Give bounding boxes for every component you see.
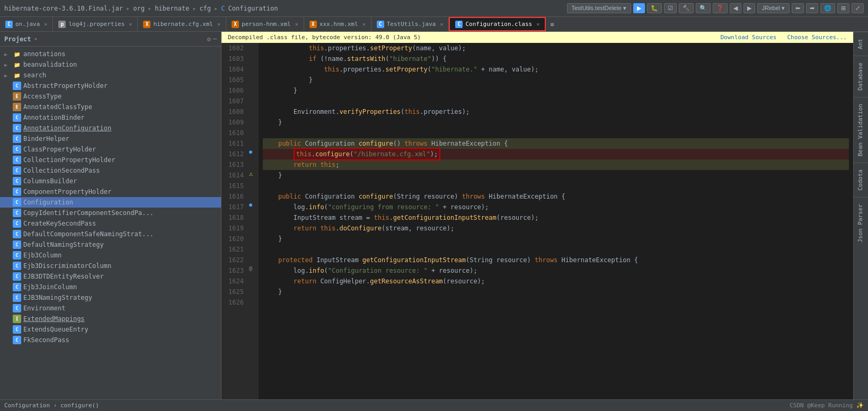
browser-btn[interactable]: 🌐 (820, 3, 835, 13)
nav-fwd-btn[interactable]: ➡ (806, 3, 818, 13)
vtab-codota[interactable]: Codota (854, 163, 868, 197)
cfg-label: cfg (199, 5, 211, 12)
jrebel-btn[interactable]: JRebel ▾ (757, 3, 790, 13)
tab-on-java[interactable]: C on.java ✕ (0, 17, 53, 31)
forward-btn[interactable]: ▶ (743, 3, 755, 13)
close-person-hnm[interactable]: ✕ (295, 21, 298, 27)
test-utils-btn[interactable]: TestUtils.testDelete ▾ (567, 3, 631, 13)
build-btn[interactable]: 🔨 (679, 3, 694, 13)
ln-1622: 1622 (226, 255, 244, 265)
tree-item-ejb3dtd[interactable]: ▶ C EJB3DTDEntityResolver (0, 271, 221, 282)
tree-item-abstractpropertyholder[interactable]: ▶ C AbstractPropertyHolder (0, 81, 221, 91)
tree-item-annotationbinder[interactable]: ▶ C AnnotationBinder (0, 112, 221, 123)
choose-sources-link[interactable]: Choose Sources... (787, 34, 847, 41)
close-configuration-class[interactable]: ✕ (536, 21, 539, 27)
tab-xxx-hnm[interactable]: X xxx.hnm.xml ✕ (304, 17, 371, 31)
class-icon-defcomp: C (13, 230, 21, 238)
sidebar-collapse-icon[interactable]: ─ (213, 35, 217, 43)
status-credit: CSDN @Keep Running ✨ (790, 402, 864, 409)
tree-label-binderhelper: BinderHelper (23, 135, 69, 142)
tree-label-annotations: annotations (23, 50, 65, 58)
tree-item-ejb3column[interactable]: ▶ C Ejb3Column (0, 250, 221, 261)
vtab-database[interactable]: Database (854, 56, 868, 97)
help-btn[interactable]: ❓ (713, 3, 728, 13)
close-hibernate-cfg[interactable]: ✕ (217, 21, 220, 27)
tab-hibernate-cfg[interactable]: X hibernate.cfg.xml ✕ (138, 17, 226, 31)
run-btn[interactable]: ▶ (633, 3, 645, 13)
code-line-1623: log.info("Configuration resource: " + re… (263, 265, 849, 276)
class-icon-ejb3disc: C (13, 262, 21, 270)
ln-1610: 1610 (226, 128, 244, 138)
tree-item-defaultcomponent[interactable]: ▶ C DefaultComponentSafeNamingStrat... (0, 229, 221, 239)
code-line-1622: protected InputStream getConfigurationIn… (263, 255, 849, 265)
breakpoint-1611[interactable]: ● (249, 149, 252, 155)
coverage-btn[interactable]: ☑ (664, 3, 677, 13)
close-test-utils[interactable]: ✕ (440, 21, 443, 27)
tree-label-ejb3dtd: EJB3DTDEntityResolver (23, 273, 104, 280)
code-content[interactable]: this.properties.setProperty(name, value)… (259, 43, 853, 399)
tree-item-fksecondpass[interactable]: ▶ C FkSecondPass (0, 335, 221, 345)
search-btn[interactable]: 🔍 (696, 3, 711, 13)
close-on-java[interactable]: ✕ (44, 21, 47, 27)
tree-item-annotations[interactable]: ▶ 📁 annotations (0, 49, 221, 59)
tab-icon-java: C (5, 21, 13, 28)
code-line-1619: return this.doConfigure(stream, resource… (263, 223, 849, 234)
code-line-1615 (263, 181, 849, 191)
tree-item-ejb3discrim[interactable]: ▶ C Ejb3DiscriminatorColumn (0, 261, 221, 271)
layout-btn[interactable]: ⊞ (837, 3, 849, 13)
tab-overflow-btn[interactable]: ≡ (546, 17, 558, 31)
code-line-1613: return this; (263, 159, 849, 170)
close-log4j[interactable]: ✕ (129, 21, 132, 27)
status-right: CSDN @Keep Running ✨ (790, 402, 864, 409)
tree-item-binderhelper[interactable]: ▶ C BinderHelper (0, 133, 221, 144)
jar-label: hibernate-core-3.6.10.Final.jar (4, 5, 123, 12)
tree-item-beanvalidation[interactable]: ▶ 📁 beanvalidation (0, 59, 221, 70)
nav-back-btn[interactable]: ⬅ (792, 3, 804, 13)
tab-configuration-class[interactable]: C Configuration.class ✕ (449, 17, 546, 31)
class-icon-ejb3col: C (13, 251, 21, 260)
vtab-json-parser[interactable]: Json Parser (854, 197, 868, 249)
ln-1605: 1605 (226, 75, 244, 85)
tree-item-componentpropertyholder[interactable]: ▶ C ComponentPropertyHolder (0, 186, 221, 197)
tree-label-beanvalidation: beanvalidation (23, 61, 77, 68)
annotation-1622: @ (249, 265, 252, 271)
tree-item-search[interactable]: ▶ 📁 search (0, 70, 221, 81)
tree-item-columnsbuilder[interactable]: ▶ C ColumnsBuilder (0, 176, 221, 186)
ln-1626: 1626 (226, 297, 244, 308)
tree-item-collectionpropertyholder[interactable]: ▶ C CollectionPropertyHolder (0, 155, 221, 165)
tree-item-environment[interactable]: ▶ C Environment (0, 303, 221, 314)
tab-log4j[interactable]: p log4j.properties ✕ (53, 17, 138, 31)
tree-item-defaultnaming[interactable]: ▶ C DefaultNamingStrategy (0, 239, 221, 250)
tab-test-utils[interactable]: C TestUtils.java ✕ (371, 17, 449, 31)
download-sources-link[interactable]: Download Sources (720, 34, 776, 41)
code-line-1606: } (263, 85, 849, 96)
breakpoint-1616[interactable]: ● (249, 202, 252, 208)
debug-btn[interactable]: 🐛 (647, 3, 662, 13)
tree-item-ejb3naming[interactable]: ▶ C EJB3NamingStrategy (0, 292, 221, 303)
sidebar-tree: ▶ 📁 annotations ▶ 📁 beanvalidation ▶ 📁 s… (0, 47, 221, 399)
vtab-bean-validation[interactable]: Bean Validation (854, 97, 868, 163)
class-icon-fksecond: C (13, 336, 21, 344)
tree-item-ejb3joincol[interactable]: ▶ C Ejb3JoinColumn (0, 282, 221, 292)
tree-item-annotatedclasstype[interactable]: ▶ E AnnotatedClassType (0, 102, 221, 112)
tree-item-createkeysecondpass[interactable]: ▶ C CreateKeySecondPass (0, 218, 221, 229)
tree-arrow-search: ▶ (4, 73, 11, 78)
tree-item-collectionsecondpass[interactable]: ▶ C CollectionSecondPass (0, 165, 221, 176)
maximize-btn[interactable]: ⤢ (852, 3, 864, 13)
tree-item-accesstype[interactable]: ▶ E AccessType (0, 91, 221, 102)
tree-item-classpropertyholder[interactable]: ▶ C ClassPropertyHolder (0, 144, 221, 155)
close-xxx-hnm[interactable]: ✕ (362, 21, 366, 27)
tree-item-configuration[interactable]: ▶ C Configuration (0, 197, 221, 208)
sidebar-dropdown-icon: ▾ (34, 36, 38, 42)
tab-person-hnm[interactable]: X person-hnm.xml ✕ (226, 17, 304, 31)
vtab-ant[interactable]: Ant (854, 32, 868, 56)
tree-item-copyidentifier[interactable]: ▶ C CopyIdentifierComponentSecondPa... (0, 208, 221, 218)
ln-1613: 1613 (226, 159, 244, 170)
class-icon-compprop: C (13, 187, 21, 196)
tree-item-annotationconfig[interactable]: ▶ C AnnotationConfiguration (0, 123, 221, 133)
tree-item-extendsqueue[interactable]: ▶ C ExtendsQueueEntry (0, 324, 221, 335)
tree-item-extendedmappings[interactable]: ▶ I ExtendedMappings (0, 314, 221, 324)
sidebar-settings-icon[interactable]: ⚙ (207, 35, 211, 43)
back-btn[interactable]: ◀ (730, 3, 741, 13)
ln-1619: 1619 (226, 223, 244, 234)
